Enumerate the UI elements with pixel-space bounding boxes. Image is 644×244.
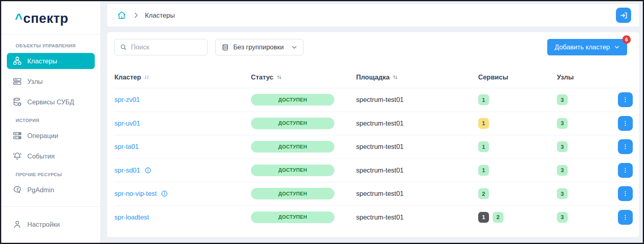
table-row: spr-zv01ДОСТУПЕНspectrum-test0113 xyxy=(114,88,633,112)
sidebar-item-label: Настройки xyxy=(27,221,60,228)
table-row: spr-uv01ДОСТУПЕНspectrum-test0113 xyxy=(114,112,633,135)
cluster-link[interactable]: spr-no-vip-test xyxy=(114,190,157,197)
info-icon[interactable] xyxy=(144,167,152,174)
logo-caret: ^ xyxy=(15,11,23,26)
breadcrumb-current: Кластеры xyxy=(145,12,175,19)
add-cluster-button[interactable]: Добавить кластер xyxy=(547,39,627,55)
table-row: spr-sd01ДОСТУПЕНspectrum-test0113 xyxy=(114,159,633,182)
grouping-label: Без группировки xyxy=(233,43,284,51)
server-icon xyxy=(12,77,22,86)
add-cluster-label: Добавить кластер xyxy=(554,43,610,51)
row-actions-button[interactable] xyxy=(618,92,633,107)
services-cell: 1 xyxy=(478,165,557,176)
cluster-link[interactable]: spr-zv01 xyxy=(114,96,140,104)
site-cell: spectrum-test01 xyxy=(356,143,478,150)
bell-icon xyxy=(12,151,22,161)
node-count-chip: 3 xyxy=(557,165,568,176)
cluster-icon xyxy=(12,56,22,66)
site-cell: spectrum-test01 xyxy=(356,214,478,221)
column-header-status[interactable]: Статус xyxy=(251,73,356,81)
services-cell: 1 xyxy=(478,94,557,105)
row-actions-button[interactable] xyxy=(618,210,633,225)
info-icon[interactable] xyxy=(161,190,168,197)
sidebar-section-label: ИСТОРИЯ xyxy=(16,118,90,123)
sort-both-icon xyxy=(276,74,282,80)
clusters-table: КластерСтатусПлощадкаСервисыУзлы spr-zv0… xyxy=(114,66,633,229)
sidebar-section-label: ПРОЧИЕ РЕСУРСЫ xyxy=(16,172,90,177)
services-cell: 1 xyxy=(478,141,557,152)
chevron-down-icon xyxy=(614,44,620,50)
services-cell: 2 xyxy=(478,188,557,199)
status-badge: ДОСТУПЕН xyxy=(251,211,334,223)
sidebar-item-operations[interactable]: Операции xyxy=(7,128,95,144)
sidebar-item-clusters[interactable]: Кластеры xyxy=(7,53,95,69)
cluster-link[interactable]: spr-ta01 xyxy=(114,143,139,150)
logo: ^спектр xyxy=(1,1,100,35)
site-cell: spectrum-test01 xyxy=(356,167,478,174)
row-actions-button[interactable] xyxy=(618,163,633,178)
sidebar-item-label: Кластеры xyxy=(27,57,57,65)
sidebar-item-nodes[interactable]: Узлы xyxy=(7,73,95,89)
column-header-services: Сервисы xyxy=(478,73,557,81)
site-cell: spectrum-test01 xyxy=(356,190,478,197)
sidebar-item-label: Операции xyxy=(27,132,58,140)
row-actions-button[interactable] xyxy=(618,116,633,131)
content-card: Без группировки Добавить кластер 6 xyxy=(107,32,639,237)
node-count-chip: 3 xyxy=(557,212,568,223)
nodes-cell: 3 xyxy=(557,118,612,129)
service-count-chip: 1 xyxy=(478,165,489,176)
column-label: Кластер xyxy=(114,73,141,81)
home-icon[interactable] xyxy=(117,10,126,20)
service-count-chip: 2 xyxy=(493,212,503,223)
sidebar: ^спектр ОБЪЕКТЫ УПРАВЛЕНИЯКластерыУзлыСе… xyxy=(1,1,101,243)
sidebar-item-label: PgAdmin xyxy=(27,186,54,194)
site-cell: spectrum-test01 xyxy=(356,96,478,104)
cluster-link[interactable]: spr-loadtest xyxy=(114,214,149,221)
add-cluster-wrap: Добавить кластер 6 xyxy=(547,39,627,55)
sidebar-item-settings[interactable]: Настройки xyxy=(7,216,95,232)
column-header-nodes: Узлы xyxy=(557,73,612,81)
sidebar-item-pgadmin[interactable]: PgAdmin xyxy=(7,182,95,198)
logout-button[interactable] xyxy=(616,8,631,23)
main-area: Кластеры Без группировки xyxy=(101,1,643,243)
sidebar-item-label: Сервисы СУБД xyxy=(27,98,74,106)
cluster-link[interactable]: spr-sd01 xyxy=(114,167,140,174)
nodes-cell: 3 xyxy=(557,94,612,105)
sidebar-nav: ОБЪЕКТЫ УПРАВЛЕНИЯКластерыУзлыСервисы СУ… xyxy=(1,35,100,202)
site-cell: spectrum-test01 xyxy=(356,120,478,127)
sidebar-item-label: Узлы xyxy=(27,78,43,85)
sidebar-item-db-services[interactable]: Сервисы СУБД xyxy=(7,94,95,110)
grouping-select[interactable]: Без группировки xyxy=(215,39,304,55)
sidebar-section-label: ОБЪЕКТЫ УПРАВЛЕНИЯ xyxy=(16,43,90,48)
service-count-chip: 1 xyxy=(478,118,489,129)
nodes-cell: 3 xyxy=(557,212,612,223)
operations-icon xyxy=(12,131,22,140)
logo-text: спектр xyxy=(23,11,68,26)
service-count-chip: 1 xyxy=(478,141,489,152)
row-actions-button[interactable] xyxy=(618,186,633,201)
chevron-down-icon xyxy=(288,44,298,51)
column-label: Сервисы xyxy=(478,73,508,81)
status-badge: ДОСТУПЕН xyxy=(251,118,334,129)
service-count-chip: 1 xyxy=(478,212,489,223)
table-body: spr-zv01ДОСТУПЕНspectrum-test0113spr-uv0… xyxy=(114,88,633,229)
status-badge: ДОСТУПЕН xyxy=(251,94,334,106)
table-row: spr-ta01ДОСТУПЕНspectrum-test0113 xyxy=(114,135,633,159)
column-header-cluster[interactable]: Кластер xyxy=(114,73,251,81)
cluster-link[interactable]: spr-uv01 xyxy=(114,120,140,127)
nodes-cell: 3 xyxy=(557,141,612,152)
column-label: Площадка xyxy=(356,73,389,81)
row-actions-button[interactable] xyxy=(618,139,633,154)
status-badge: ДОСТУПЕН xyxy=(251,141,334,152)
search-box xyxy=(114,39,208,55)
sort-asc-icon xyxy=(144,74,150,80)
chevron-right-icon xyxy=(132,11,140,19)
node-count-chip: 3 xyxy=(557,94,568,105)
column-header-site[interactable]: Площадка xyxy=(356,73,478,81)
user-icon xyxy=(12,220,22,229)
database-gear-icon xyxy=(12,97,22,107)
sidebar-item-events[interactable]: События xyxy=(7,148,95,164)
status-badge: ДОСТУПЕН xyxy=(251,165,334,176)
breadcrumb: Кластеры xyxy=(107,4,639,26)
search-input[interactable] xyxy=(131,43,202,51)
